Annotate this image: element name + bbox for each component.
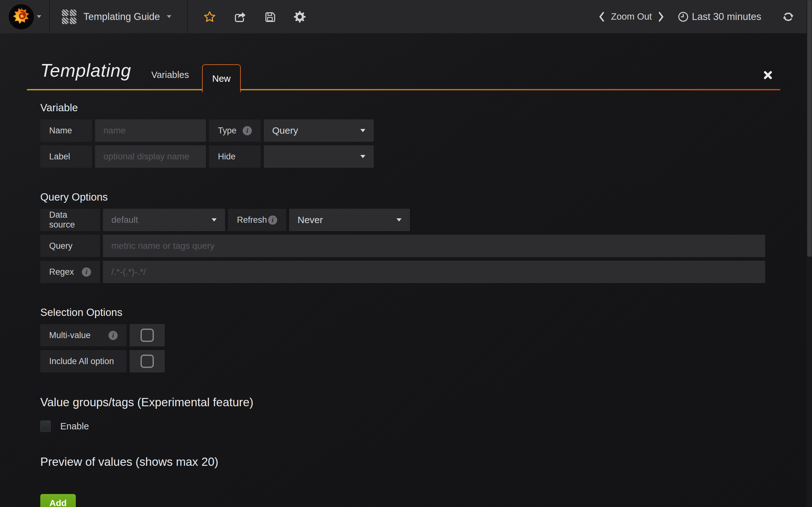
time-range-label: Last 30 minutes xyxy=(692,11,761,22)
clock-icon xyxy=(678,11,689,22)
multi-value-checkbox-cell xyxy=(130,324,165,346)
multi-value-row: Multi-value i xyxy=(40,324,765,346)
include-all-checkbox-cell xyxy=(130,350,165,372)
variable-editor-form: Variable Name Type i Query Label Hide Qu… xyxy=(27,102,765,507)
type-select[interactable]: Query xyxy=(264,119,374,142)
refresh-select[interactable]: Never xyxy=(289,209,410,231)
navbar-time-controls: Zoom Out Last 30 minutes xyxy=(598,0,812,33)
tab-variables[interactable]: Variables xyxy=(151,70,189,80)
type-label: Type i xyxy=(209,119,261,142)
dashboard-grid-icon xyxy=(62,9,77,24)
type-label-text: Type xyxy=(218,126,237,135)
regex-label: Regex i xyxy=(40,261,100,283)
caret-down-icon xyxy=(360,129,365,132)
grafana-logo-icon xyxy=(8,4,34,30)
variable-row-2: Label Hide xyxy=(40,146,765,168)
hide-label: Hide xyxy=(209,146,261,168)
enable-label: Enable xyxy=(60,421,89,432)
caret-down-icon xyxy=(397,218,402,222)
include-all-checkbox[interactable] xyxy=(141,354,154,368)
chevron-right-icon[interactable] xyxy=(658,11,664,22)
multi-value-label-text: Multi-value xyxy=(49,331,91,340)
section-heading-preview: Preview of values (shows max 20) xyxy=(40,455,765,469)
datasource-select[interactable]: default xyxy=(103,209,225,231)
save-icon[interactable] xyxy=(264,11,276,23)
include-all-label: Include All option xyxy=(40,350,126,372)
navbar: Templating Guide xyxy=(0,0,812,33)
grafana-menu-button[interactable] xyxy=(0,0,50,33)
enable-row: Enable xyxy=(40,420,765,432)
dashboard-title-dropdown[interactable]: Templating Guide xyxy=(50,0,188,33)
query-input[interactable] xyxy=(103,235,765,257)
caret-down-icon xyxy=(360,155,365,158)
variable-row-1: Name Type i Query xyxy=(40,119,765,142)
scrollbar-track[interactable] xyxy=(807,0,812,507)
info-icon[interactable]: i xyxy=(268,216,277,225)
close-icon[interactable] xyxy=(763,70,773,80)
include-all-row: Include All option xyxy=(40,350,765,372)
section-heading-variable: Variable xyxy=(40,102,765,114)
tab-new[interactable]: New xyxy=(202,64,241,92)
datasource-label: Data source xyxy=(40,209,100,231)
refresh-select-value: Never xyxy=(298,215,323,225)
dashboard-title: Templating Guide xyxy=(84,11,160,22)
name-label: Name xyxy=(40,119,92,142)
refresh-button[interactable] xyxy=(782,11,794,23)
add-button[interactable]: Add xyxy=(40,494,76,507)
label-input[interactable] xyxy=(95,146,206,168)
zoom-out-button[interactable]: Zoom Out xyxy=(605,11,658,22)
query-label: Query xyxy=(40,235,100,257)
caret-down-icon xyxy=(167,15,171,18)
datasource-select-value: default xyxy=(111,215,138,225)
section-heading-query-options: Query Options xyxy=(40,191,765,203)
section-heading-selection-options: Selection Options xyxy=(40,306,765,319)
chevron-left-icon[interactable] xyxy=(598,11,605,22)
info-icon[interactable]: i xyxy=(82,268,91,277)
label-label: Label xyxy=(40,146,92,168)
refresh-label: Refresh i xyxy=(228,209,286,231)
page-title: Templating xyxy=(40,60,131,81)
info-icon[interactable]: i xyxy=(108,331,118,340)
navbar-actions xyxy=(188,0,306,33)
refresh-label-text: Refresh xyxy=(237,215,267,225)
caret-down-icon xyxy=(37,15,41,18)
header-gradient-underline xyxy=(27,89,780,90)
regex-input[interactable] xyxy=(103,261,765,283)
regex-row: Regex i xyxy=(40,261,765,283)
section-heading-value-groups: Value groups/tags (Experimental feature) xyxy=(40,396,765,409)
dashboard-settings-panel: Templating Variables New Variable Name T… xyxy=(27,33,785,507)
hide-select[interactable] xyxy=(264,146,374,168)
type-select-value: Query xyxy=(272,125,298,136)
enable-checkbox[interactable] xyxy=(40,420,51,432)
scrollbar-thumb[interactable] xyxy=(807,0,812,257)
info-icon[interactable]: i xyxy=(243,126,252,135)
query-row: Query xyxy=(40,235,765,257)
multi-value-checkbox[interactable] xyxy=(141,329,154,342)
templating-header: Templating Variables New xyxy=(27,33,785,90)
share-icon[interactable] xyxy=(234,11,246,23)
multi-value-label: Multi-value i xyxy=(40,324,126,346)
caret-down-icon xyxy=(212,218,217,222)
gear-icon[interactable] xyxy=(294,11,306,23)
time-range-picker[interactable]: Last 30 minutes xyxy=(678,11,761,22)
query-options-row-1: Data source default Refresh i Never xyxy=(40,209,765,231)
name-input[interactable] xyxy=(95,119,206,142)
star-icon[interactable] xyxy=(204,11,216,22)
regex-label-text: Regex xyxy=(49,267,74,277)
refresh-icon xyxy=(782,11,794,23)
